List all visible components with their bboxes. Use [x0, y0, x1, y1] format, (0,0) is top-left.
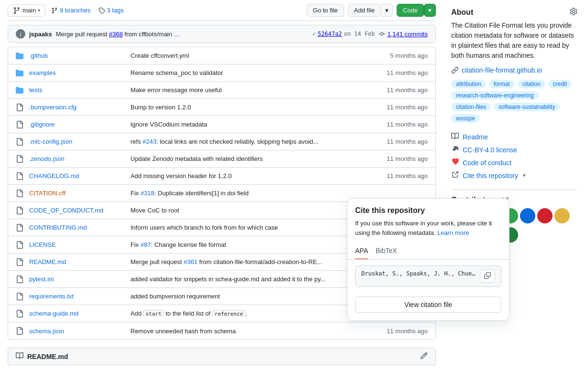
- file-icon: [16, 224, 23, 232]
- learn-more-link[interactable]: Learn more: [437, 229, 469, 236]
- commit-pr-link[interactable]: #368: [109, 31, 123, 38]
- about-title-text: About: [451, 8, 473, 17]
- commit-message: Merge pull request #368 from cffbots/mai…: [56, 31, 309, 38]
- file-link[interactable]: README.md: [29, 258, 66, 265]
- goto-file-button[interactable]: Go to file: [307, 4, 344, 17]
- commit-msg-cell: Add start to the field list of reference…: [130, 310, 384, 317]
- cite-popup: Cite this repository If you use this sof…: [347, 198, 509, 321]
- cite-this-repo-link-item[interactable]: Cite this repository ▾: [451, 169, 577, 182]
- issue-link[interactable]: #318: [141, 190, 154, 197]
- tag-citation-files[interactable]: citation-files: [451, 103, 491, 111]
- branches-link[interactable]: 8 branches: [51, 7, 90, 14]
- website-link[interactable]: citation-file-format.github.io: [451, 66, 577, 74]
- table-row: schema.json Remove unneeded hash from sc…: [8, 322, 435, 339]
- tag-format[interactable]: format: [489, 80, 515, 88]
- code-button[interactable]: Code: [397, 4, 424, 17]
- file-link[interactable]: CHANGELOG.md: [29, 172, 79, 180]
- cite-content: Druskat, S., Spaaks, J. H., Chue Hong, N…: [347, 260, 509, 293]
- sidebar-divider: [451, 190, 577, 190]
- commit-sha: ✓ 52647a2 on 14 Feb: [313, 31, 375, 37]
- file-link[interactable]: CITATION.cff: [29, 190, 65, 197]
- view-citation-file-button[interactable]: View citation file: [355, 297, 501, 313]
- file-link[interactable]: schema-guide.md: [29, 310, 78, 317]
- issue-link[interactable]: #87: [141, 241, 151, 248]
- contributor-avatar[interactable]: [520, 208, 535, 223]
- file-name-cell: schema.json: [29, 328, 125, 335]
- citation-text-box: Druskat, S., Spaaks, J. H., Chue Hong, N…: [355, 265, 501, 287]
- add-file-button[interactable]: Add file: [348, 4, 381, 17]
- code-of-conduct-sidebar-link[interactable]: Code of conduct: [463, 159, 511, 167]
- readme-sidebar-link[interactable]: Readme: [463, 133, 488, 141]
- cite-this-repo-sidebar-link[interactable]: Cite this repository: [463, 172, 518, 180]
- readme-title: README.md: [27, 353, 68, 360]
- file-name-cell: LICENSE: [29, 241, 125, 248]
- commit-author[interactable]: jspaaks: [29, 31, 52, 38]
- inline-code: reference: [212, 310, 246, 317]
- file-name-cell: CODE_OF_CONDUCT.md: [29, 207, 125, 214]
- tab-apa[interactable]: APA: [355, 243, 368, 259]
- commit-sha-link[interactable]: 52647a2: [318, 31, 342, 37]
- cite-icon: [451, 171, 459, 180]
- commit-msg-cell: Fix #318: Duplicate identifiers[1] in do…: [130, 190, 422, 197]
- table-row: .github Create cffconvert.yml 5 months a…: [8, 47, 435, 64]
- tag-research-software-engineering[interactable]: research-software-engineering: [451, 91, 539, 100]
- license-sidebar-link[interactable]: CC-BY-4.0 license: [463, 146, 517, 154]
- file-link[interactable]: .gitignore: [29, 121, 54, 128]
- readme-link-item[interactable]: Readme: [451, 130, 577, 143]
- tags-link[interactable]: 3 tags: [98, 7, 124, 14]
- file-link[interactable]: requirements.txt: [29, 293, 74, 300]
- file-link[interactable]: examples: [29, 69, 56, 76]
- code-of-conduct-link-item[interactable]: Code of conduct: [451, 156, 577, 169]
- tag-credit[interactable]: credit: [548, 80, 572, 88]
- copy-citation-button[interactable]: [480, 270, 495, 283]
- issue-link[interactable]: #361: [184, 258, 197, 265]
- cite-popup-header: Cite this repository If you use this sof…: [347, 199, 509, 237]
- tag-wssspe[interactable]: wssspe: [451, 114, 480, 123]
- issue-link[interactable]: #243: [142, 138, 156, 145]
- table-row: examples Rename schema_poc to validator …: [8, 64, 435, 82]
- file-link[interactable]: tests: [29, 86, 42, 94]
- branch-actions: Go to file Add file ▾ Code ▾: [307, 4, 436, 17]
- file-icon: [16, 121, 23, 128]
- tab-bibtex[interactable]: BibTeX: [376, 243, 397, 259]
- file-name-cell: CITATION.cff: [29, 190, 125, 197]
- website-url: citation-file-format.github.io: [462, 66, 542, 74]
- file-link[interactable]: CODE_OF_CONDUCT.md: [29, 207, 103, 214]
- commit-msg-cell: Fix #87: Change license file format: [130, 241, 381, 248]
- tags-list: attribution format citation credit resea…: [451, 80, 577, 123]
- tag-citation[interactable]: citation: [518, 80, 545, 88]
- license-link-item[interactable]: CC-BY-4.0 license: [451, 143, 577, 156]
- commits-total-link[interactable]: 1,141 commits: [379, 31, 428, 38]
- file-link[interactable]: LICENSE: [29, 241, 56, 248]
- contributor-avatar[interactable]: [554, 208, 570, 223]
- tags-count-link[interactable]: 3 tags: [107, 7, 124, 14]
- file-link[interactable]: .bumpversion.cfg: [29, 104, 76, 111]
- tag-software-sustainability[interactable]: software-sustainability: [494, 103, 560, 111]
- tag-attribution[interactable]: attribution: [451, 80, 486, 88]
- file-icon: [16, 293, 23, 300]
- edit-repo-metadata-button[interactable]: [570, 8, 577, 17]
- file-link[interactable]: pytest.ini: [29, 275, 54, 283]
- contributor-avatar[interactable]: [537, 208, 552, 223]
- edit-readme-button[interactable]: [420, 352, 428, 361]
- branch-selector[interactable]: main ▾: [8, 4, 45, 17]
- commits-count-link[interactable]: 1,141 commits: [387, 31, 428, 38]
- file-name-cell: CHANGELOG.md: [29, 172, 125, 180]
- file-icon: [16, 258, 23, 266]
- file-date-cell: 11 months ago: [387, 69, 428, 76]
- file-link[interactable]: .github: [29, 52, 48, 59]
- file-link[interactable]: .mlc-config.json: [29, 138, 72, 145]
- file-link[interactable]: .zenodo.json: [29, 155, 65, 162]
- add-file-dropdown-button[interactable]: ▾: [381, 4, 393, 17]
- file-link[interactable]: CONTRIBUTING.md: [29, 224, 87, 231]
- citation-text: Druskat, S., Spaaks, J. H., Chue Hong, N…: [361, 270, 476, 278]
- code-dropdown-button[interactable]: ▾: [424, 4, 436, 17]
- file-icon: [16, 172, 23, 180]
- branches-count-link[interactable]: 8 branches: [60, 7, 90, 14]
- file-link[interactable]: schema.json: [29, 328, 64, 335]
- cite-dropdown-arrow: ▾: [523, 172, 526, 179]
- branch-dropdown-arrow: ▾: [38, 8, 40, 13]
- about-description: The Citation File Format lets you provid…: [451, 21, 577, 61]
- file-date-cell: 5 months ago: [390, 52, 428, 59]
- file-date-cell: 11 months ago: [387, 121, 428, 128]
